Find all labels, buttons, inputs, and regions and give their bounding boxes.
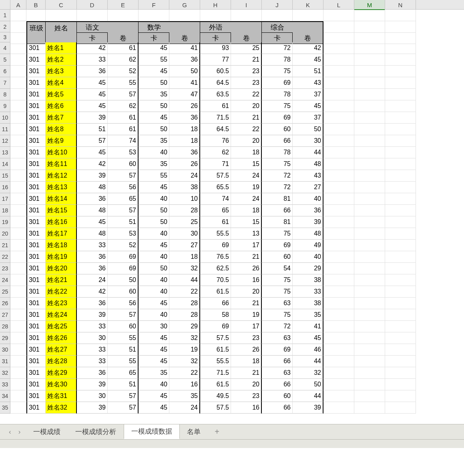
cell-i[interactable]: 18 (231, 147, 262, 158)
cell-k[interactable]: 46 (293, 344, 323, 356)
empty-cell[interactable] (10, 135, 26, 147)
cell-i[interactable]: 15 (231, 158, 262, 170)
cell-i[interactable]: 26 (231, 344, 262, 356)
empty-cell[interactable] (354, 66, 385, 77)
row-header-21[interactable]: 21 (0, 240, 10, 251)
cell-j[interactable]: 63 (262, 332, 293, 344)
cell-k[interactable]: 33 (293, 286, 323, 298)
cell-f[interactable]: 40 (139, 274, 169, 286)
cell-class[interactable]: 301 (26, 321, 46, 332)
empty-cell[interactable] (323, 332, 354, 344)
cell-e[interactable]: 60 (108, 158, 139, 170)
empty-cell[interactable] (323, 402, 354, 414)
cell-e[interactable]: 57 (108, 390, 139, 402)
cell-d[interactable]: 39 (77, 309, 108, 321)
cell-j[interactable]: 66 (262, 205, 293, 216)
cell-i[interactable]: 20 (231, 379, 262, 390)
cell-k[interactable]: 36 (293, 205, 323, 216)
cell-k[interactable]: 32 (293, 367, 323, 379)
cell-f[interactable]: 40 (139, 309, 169, 321)
cell-g[interactable]: 50 (169, 66, 200, 77)
cell-k[interactable]: 30 (293, 135, 323, 147)
empty-cell[interactable] (323, 147, 354, 158)
cell-i[interactable]: 13 (231, 228, 262, 240)
empty-cell[interactable] (385, 54, 416, 66)
empty-cell[interactable] (323, 66, 354, 77)
empty-cell[interactable] (385, 193, 416, 205)
cell-h[interactable]: 64.5 (200, 77, 231, 89)
cell-g[interactable]: 22 (169, 367, 200, 379)
spreadsheet-grid[interactable]: ABCDEFGHIJKLMN 12班级姓名语文数学外语综合3卡卷卡卷卡卷卡卷43… (0, 0, 464, 424)
empty-cell[interactable] (354, 42, 385, 54)
cell-j[interactable]: 66 (262, 379, 293, 390)
cell-k[interactable]: 51 (293, 66, 323, 77)
cell-d[interactable]: 45 (77, 147, 108, 158)
column-header-I[interactable]: I (231, 0, 262, 10)
cell-d[interactable]: 33 (77, 321, 108, 332)
cell-f[interactable]: 40 (139, 251, 169, 263)
cell-k[interactable]: 29 (293, 263, 323, 274)
cell-d[interactable]: 48 (77, 182, 108, 193)
empty-cell[interactable] (10, 309, 26, 321)
row-header-29[interactable]: 29 (0, 332, 10, 344)
empty-cell[interactable] (354, 402, 385, 414)
cell-e[interactable]: 56 (108, 298, 139, 309)
cell-class[interactable]: 301 (26, 344, 46, 356)
cell-j[interactable]: 75 (262, 274, 293, 286)
cell-name[interactable]: 姓名26 (46, 332, 77, 344)
cell-f[interactable]: 45 (139, 42, 169, 54)
empty-cell[interactable] (10, 170, 26, 182)
empty-cell[interactable] (323, 321, 354, 332)
row-header-18[interactable]: 18 (0, 205, 10, 216)
cell-k[interactable]: 38 (293, 274, 323, 286)
cell-name[interactable]: 姓名12 (46, 170, 77, 182)
cell-class[interactable]: 301 (26, 251, 46, 263)
cell-k[interactable]: 50 (293, 379, 323, 390)
cell-g[interactable]: 36 (169, 147, 200, 158)
empty-cell[interactable] (385, 147, 416, 158)
cell-f[interactable]: 45 (139, 182, 169, 193)
empty-cell[interactable] (10, 112, 26, 124)
cell-h[interactable]: 77 (200, 54, 231, 66)
cell-j[interactable]: 81 (262, 193, 293, 205)
cell-g[interactable]: 35 (169, 390, 200, 402)
cell-g[interactable]: 38 (169, 182, 200, 193)
cell-h[interactable]: 57.5 (200, 170, 231, 182)
cell-d[interactable]: 45 (77, 77, 108, 89)
cell-j[interactable]: 72 (262, 42, 293, 54)
empty-cell[interactable] (385, 402, 416, 414)
cell-name[interactable]: 姓名6 (46, 100, 77, 112)
empty-cell[interactable] (323, 367, 354, 379)
empty-cell[interactable] (323, 54, 354, 66)
row-header-32[interactable]: 32 (0, 367, 10, 379)
cell-d[interactable]: 33 (77, 356, 108, 367)
cell-h[interactable]: 93 (200, 42, 231, 54)
empty-cell[interactable] (385, 135, 416, 147)
cell-h[interactable]: 76 (200, 135, 231, 147)
cell-g[interactable]: 32 (169, 356, 200, 367)
cell-j[interactable]: 66 (262, 402, 293, 414)
cell-class[interactable]: 301 (26, 390, 46, 402)
cell-d[interactable]: 48 (77, 228, 108, 240)
cell-name[interactable]: 姓名2 (46, 54, 77, 66)
cell-d[interactable]: 51 (77, 124, 108, 135)
empty-cell[interactable] (354, 251, 385, 263)
cell-d[interactable]: 33 (77, 240, 108, 251)
cell-f[interactable]: 35 (139, 367, 169, 379)
cell-k[interactable]: 38 (293, 298, 323, 309)
cell-d[interactable]: 39 (77, 112, 108, 124)
cell-e[interactable]: 65 (108, 193, 139, 205)
row-header-12[interactable]: 12 (0, 135, 10, 147)
empty-cell[interactable] (385, 124, 416, 135)
empty-cell[interactable] (262, 10, 293, 21)
empty-cell[interactable] (77, 10, 108, 21)
empty-cell[interactable] (323, 286, 354, 298)
cell-class[interactable]: 301 (26, 193, 46, 205)
empty-cell[interactable] (200, 10, 231, 21)
cell-k[interactable]: 37 (293, 112, 323, 124)
cell-f[interactable]: 45 (139, 390, 169, 402)
cell-class[interactable]: 301 (26, 77, 46, 89)
empty-cell[interactable] (385, 344, 416, 356)
cell-f[interactable]: 45 (139, 112, 169, 124)
cell-g[interactable]: 32 (169, 263, 200, 274)
